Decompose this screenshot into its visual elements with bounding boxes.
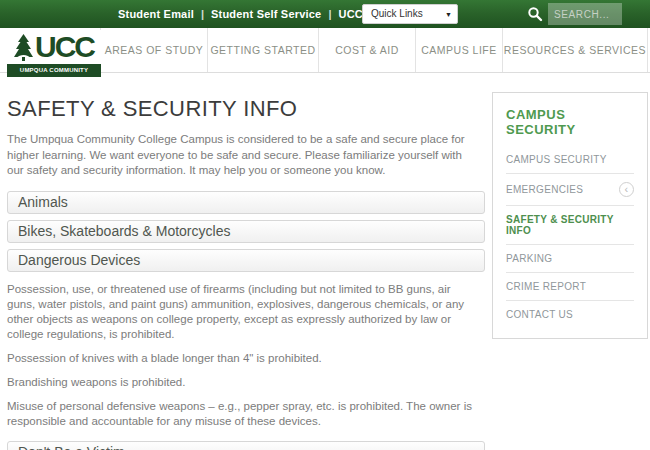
primary-nav: AREAS OF STUDY GETTING STARTED COST & AI… xyxy=(100,28,648,72)
sidebar-item-label: CRIME REPORT xyxy=(506,281,586,292)
logo-college-name: UMPQUA COMMUNITY COLLEGE xyxy=(7,64,101,77)
page-title: SAFETY & SECURITY INFO xyxy=(7,96,485,122)
sidebar-item-label: EMERGENCIES xyxy=(506,184,583,195)
content-paragraph: Possession, use, or threatened use of fi… xyxy=(7,282,477,342)
logo-acronym: UCC xyxy=(35,32,94,62)
search-input[interactable] xyxy=(548,3,622,25)
search-icon[interactable] xyxy=(527,6,543,22)
student-email-link[interactable]: Student Email xyxy=(118,8,194,20)
chevron-left-icon[interactable]: ‹ xyxy=(619,182,634,197)
sidebar-item-safety-security-info[interactable]: SAFETY & SECURITY INFO xyxy=(506,205,634,244)
student-self-service-link[interactable]: Student Self Service xyxy=(211,8,321,20)
sidebar-item-parking[interactable]: PARKING xyxy=(506,244,634,272)
content-paragraph: Possession of knives with a blade longer… xyxy=(7,351,477,366)
nav-resources-services[interactable]: RESOURCES & SERVICES xyxy=(502,28,648,72)
dangerous-devices-content: Possession, use, or threatened use of fi… xyxy=(7,282,485,429)
content-paragraph: Misuse of personal defensive weapons – e… xyxy=(7,399,477,429)
ucc-logo[interactable]: UCC UMPQUA COMMUNITY COLLEGE xyxy=(7,30,101,77)
sidebar-item-label: SAFETY & SECURITY INFO xyxy=(506,214,634,236)
utility-links: Student Email | Student Self Service | U… xyxy=(118,0,398,28)
main-content: SAFETY & SECURITY INFO The Umpqua Commun… xyxy=(7,90,485,450)
nav-campus-life[interactable]: CAMPUS LIFE xyxy=(415,28,502,72)
intro-paragraph: The Umpqua Community College Campus is c… xyxy=(7,132,477,179)
sidebar-item-emergencies[interactable]: EMERGENCIES ‹ xyxy=(506,173,634,205)
link-separator: | xyxy=(328,8,331,20)
link-separator: | xyxy=(201,8,204,20)
sidebar-title: CAMPUS SECURITY xyxy=(506,107,634,137)
top-utility-bar: Student Email | Student Self Service | U… xyxy=(0,0,650,28)
nav-areas-of-study[interactable]: AREAS OF STUDY xyxy=(100,28,207,72)
quick-links-selected-value: Quick Links xyxy=(371,8,423,19)
dropdown-arrow-icon: ▼ xyxy=(445,5,452,24)
campus-security-sidebar: CAMPUS SECURITY CAMPUS SECURITY EMERGENC… xyxy=(492,92,648,339)
logo-top: UCC xyxy=(7,30,101,64)
accordion-bikes-skateboards-motorcycles[interactable]: Bikes, Skateboards & Motorcycles xyxy=(7,220,485,243)
sidebar-item-label: CAMPUS SECURITY xyxy=(506,154,607,165)
tree-icon xyxy=(14,34,33,61)
nav-cost-and-aid[interactable]: COST & AID xyxy=(318,28,415,72)
content-paragraph: Brandishing weapons is prohibited. xyxy=(7,375,477,390)
sidebar-item-label: PARKING xyxy=(506,253,552,264)
quick-links-select[interactable]: Quick Links ▼ xyxy=(362,4,458,24)
sidebar-item-label: CONTACT US xyxy=(506,309,573,320)
accordion-dont-be-a-victim[interactable]: Don't Be a Victim xyxy=(7,441,485,450)
sidebar-item-campus-security[interactable]: CAMPUS SECURITY xyxy=(506,146,634,173)
accordion-animals[interactable]: Animals xyxy=(7,191,485,214)
accordion-dangerous-devices[interactable]: Dangerous Devices xyxy=(7,249,485,272)
sidebar-item-crime-report[interactable]: CRIME REPORT xyxy=(506,272,634,300)
nav-getting-started[interactable]: GETTING STARTED xyxy=(207,28,318,72)
sidebar-item-contact-us[interactable]: CONTACT US xyxy=(506,300,634,328)
